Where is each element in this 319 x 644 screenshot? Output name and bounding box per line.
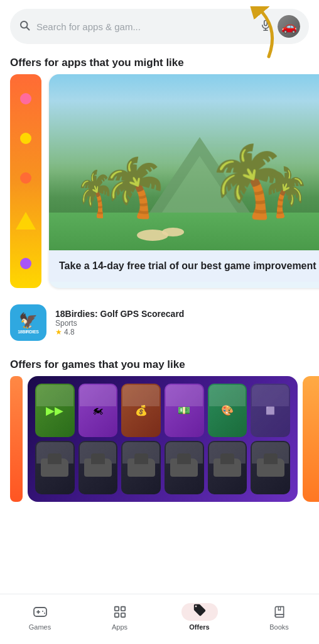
games-icon [29, 603, 51, 621]
game-tile-car-2 [78, 441, 118, 494]
car-silhouette-1 [41, 458, 68, 477]
game-tile-2: 🏍 [78, 384, 118, 437]
game-tile-4: 💵 [165, 384, 204, 437]
nav-item-books[interactable]: Books [239, 603, 319, 631]
app-icon-18birdies: 🦅 18BIRDIES [10, 304, 46, 341]
triangle-shape [16, 212, 36, 230]
star-icon: ★ [55, 328, 62, 336]
search-icon [19, 19, 30, 34]
page-content: Search for apps & gam... Offers for apps… [0, 0, 319, 569]
games-section: Offers for games that you may like ▶▶ 🏍 … [0, 350, 319, 512]
bottom-nav: Games Apps Offers [0, 594, 319, 644]
svg-line-2 [27, 27, 30, 30]
search-bar-container: Search for apps & gam... [0, 0, 319, 50]
color-dot-2 [20, 133, 31, 144]
svg-rect-14 [121, 613, 124, 616]
avatar[interactable] [278, 15, 300, 38]
game-tile-1: ▶▶ [35, 384, 75, 437]
game-tile-car-1 [35, 441, 75, 494]
sand-bunker-2 [162, 228, 184, 236]
side-card-colorful-bg [10, 74, 41, 288]
games-nav-label: Games [29, 623, 51, 631]
game-tile-car-5 [208, 441, 247, 494]
search-placeholder-text: Search for apps & gam... [36, 21, 254, 32]
apps-icon [109, 603, 131, 621]
app-details: 18Birdies: Golf GPS Scorecard Sports ★ 4… [55, 309, 309, 336]
svg-point-1 [21, 21, 28, 28]
svg-point-10 [44, 613, 45, 614]
rating-value: 4.8 [64, 328, 75, 336]
offers-nav-label: Offers [189, 623, 209, 631]
color-dot-4 [20, 258, 31, 269]
game-tile-car-3 [121, 441, 161, 494]
side-card-left[interactable] [10, 74, 41, 288]
svg-rect-3 [264, 20, 268, 25]
apps-nav-label: Apps [112, 623, 127, 631]
app-category: Sports [55, 319, 309, 328]
svg-point-9 [42, 611, 43, 612]
color-dot-1 [20, 93, 31, 104]
promo-card-text-area: Take a 14-day free trial of our best gam… [49, 250, 319, 282]
game-tile-6: ⬜ [251, 384, 290, 437]
app-icon-label-text: 18BIRDIES [18, 330, 38, 334]
games-offers-scroll[interactable]: ▶▶ 🏍 💰 💵 🎨 ⬜ [0, 376, 319, 512]
tree-scene: 🌴 🌴 🌴 🌴 [49, 125, 319, 250]
car-silhouette-6 [257, 458, 284, 477]
car-silhouette-5 [214, 458, 241, 477]
books-icon [268, 603, 291, 621]
offers-tag-icon [193, 603, 207, 620]
svg-rect-11 [114, 606, 118, 610]
game-tile-car-6 [251, 441, 290, 494]
car-silhouette-3 [127, 458, 155, 477]
promo-tagline: Take a 14-day free trial of our best gam… [59, 259, 319, 273]
game-card-grid: ▶▶ 🏍 💰 💵 🎨 ⬜ [28, 376, 298, 502]
microphone-icon[interactable] [260, 19, 271, 34]
car-silhouette-2 [84, 458, 112, 477]
color-dot-3 [20, 172, 31, 184]
app-name: 18Birdies: Golf GPS Scorecard [55, 309, 309, 319]
nav-item-apps[interactable]: Apps [80, 603, 160, 631]
game-tile-5: 🎨 [208, 384, 247, 437]
side-game-card-right[interactable] [303, 376, 319, 502]
app-rating: ★ 4.8 [55, 328, 309, 336]
car-silhouette-4 [170, 458, 198, 477]
game-card-main[interactable]: ▶▶ 🏍 💰 💵 🎨 ⬜ [28, 376, 298, 502]
app-info-row[interactable]: 🦅 18BIRDIES 18Birdies: Golf GPS Scorecar… [0, 298, 319, 350]
apps-offers-scroll[interactable]: 🌴 🌴 🌴 🌴 Take a 14-day free trial of our … [0, 74, 319, 298]
nav-item-games[interactable]: Games [0, 603, 80, 631]
offers-icon-wrap [181, 603, 218, 621]
palm-tree-4: 🌴 [262, 169, 309, 216]
side-game-card-left[interactable] [10, 376, 23, 502]
user-avatar-image [278, 15, 300, 38]
svg-rect-6 [34, 608, 46, 616]
promo-card-image: 🌴 🌴 🌴 🌴 [49, 74, 319, 250]
svg-rect-12 [121, 606, 124, 610]
game-tile-car-4 [165, 441, 204, 494]
apps-offers-title: Offers for apps that you might like [0, 50, 319, 74]
nav-item-offers[interactable]: Offers [160, 603, 239, 631]
birdie-icon: 🦅 [19, 312, 38, 330]
app-icon-bg: 🦅 18BIRDIES [10, 304, 46, 341]
svg-rect-13 [114, 613, 118, 616]
books-nav-label: Books [269, 623, 289, 631]
search-bar[interactable]: Search for apps & gam... [10, 9, 309, 44]
games-offers-title: Offers for games that you may like [0, 352, 319, 376]
game-tile-3: 💰 [121, 384, 161, 437]
promo-card-18birdies[interactable]: 🌴 🌴 🌴 🌴 Take a 14-day free trial of our … [49, 74, 319, 288]
palm-tree-2: 🌴 [99, 159, 170, 216]
